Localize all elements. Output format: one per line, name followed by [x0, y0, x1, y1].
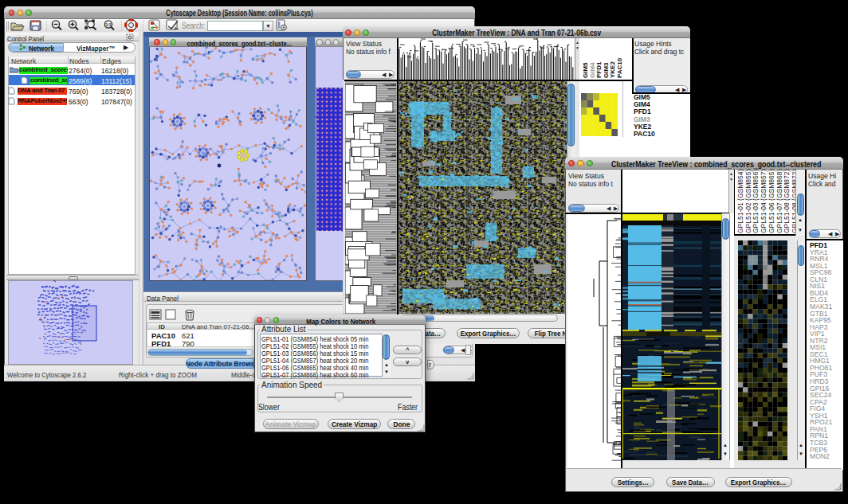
svg-text:1:1: 1:1 [105, 22, 111, 27]
